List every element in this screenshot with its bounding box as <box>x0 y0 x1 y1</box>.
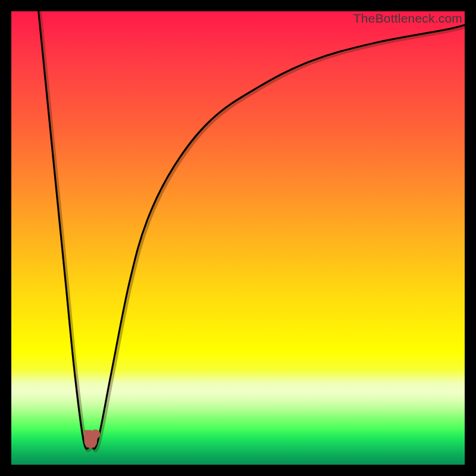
bottleneck-curve-shadow <box>40 12 465 450</box>
marker-dot-icon <box>90 430 100 439</box>
chart-frame: TheBottleneck.com <box>11 11 465 465</box>
curve-overlay <box>11 11 465 465</box>
bottleneck-curve <box>39 11 465 449</box>
